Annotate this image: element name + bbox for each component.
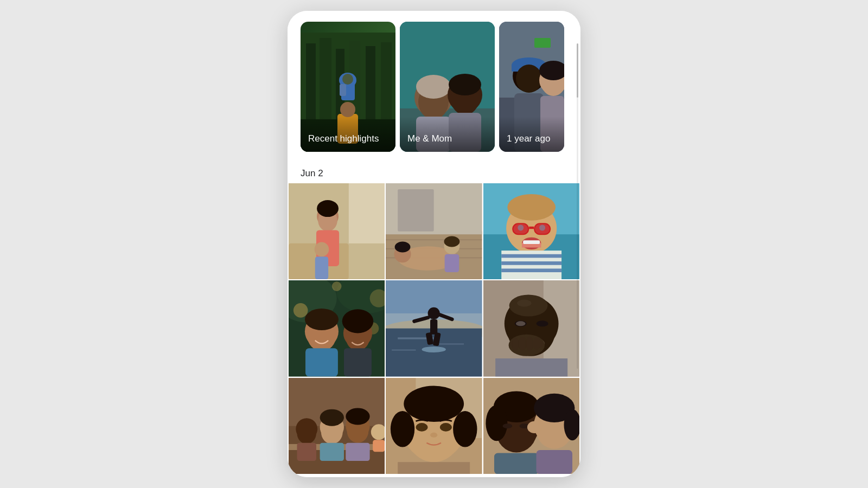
svg-point-60	[395, 242, 411, 253]
svg-rect-168	[494, 453, 539, 474]
svg-point-113	[422, 346, 446, 352]
svg-rect-30	[534, 38, 551, 48]
photo-grid	[288, 183, 580, 474]
svg-rect-126	[526, 337, 532, 350]
svg-point-11	[340, 102, 355, 117]
photo-image	[483, 280, 579, 376]
highlight-card-recent[interactable]: Recent highlights	[301, 22, 395, 152]
svg-point-82	[539, 224, 545, 230]
date-label: Jun 2	[301, 168, 567, 179]
svg-point-21	[416, 75, 451, 99]
svg-rect-125	[519, 337, 525, 350]
photo-image	[386, 183, 482, 279]
svg-rect-15	[340, 84, 346, 96]
photo-image	[289, 280, 385, 376]
svg-rect-70	[501, 261, 561, 265]
svg-point-158	[440, 423, 452, 432]
svg-point-89	[332, 282, 342, 292]
svg-rect-48	[315, 256, 328, 279]
svg-rect-94	[305, 349, 338, 377]
svg-point-25	[449, 74, 481, 95]
svg-point-157	[416, 423, 428, 432]
photo-cell[interactable]	[386, 183, 482, 279]
phone-frame: Recent highlights	[288, 11, 580, 477]
svg-rect-106	[392, 350, 416, 351]
svg-rect-160	[398, 462, 470, 474]
svg-rect-56	[398, 189, 433, 232]
svg-point-81	[518, 224, 524, 230]
scrollbar-track[interactable]	[577, 43, 578, 369]
svg-rect-42	[349, 183, 385, 243]
year-ago-label: 1 year ago	[499, 117, 564, 152]
svg-point-154	[404, 386, 464, 421]
svg-point-80	[507, 194, 556, 221]
svg-rect-108	[430, 319, 437, 335]
svg-point-176	[527, 421, 542, 433]
photo-image	[386, 378, 482, 474]
photo-cell[interactable]	[386, 378, 482, 474]
svg-rect-69	[501, 254, 561, 258]
date-section: Jun 2	[288, 160, 580, 183]
photo-image	[483, 378, 579, 474]
svg-rect-71	[501, 268, 561, 272]
photo-cell[interactable]	[483, 183, 579, 279]
svg-rect-142	[320, 442, 344, 460]
svg-rect-127	[534, 338, 540, 350]
svg-point-137	[297, 422, 316, 444]
svg-point-87	[293, 303, 308, 318]
svg-point-169	[502, 423, 512, 428]
highlight-card-mom[interactable]: Me & Mom	[400, 22, 495, 152]
svg-point-63	[444, 236, 460, 247]
svg-point-120	[517, 300, 532, 307]
svg-point-93	[305, 309, 339, 330]
svg-rect-62	[445, 254, 459, 272]
scrollbar-thumb[interactable]	[577, 43, 578, 98]
svg-point-159	[430, 433, 437, 438]
svg-rect-131	[495, 358, 567, 376]
svg-point-156	[453, 411, 477, 447]
svg-point-14	[342, 74, 353, 85]
highlight-card-year-ago[interactable]: 1 year ago	[499, 22, 564, 152]
me-and-mom-label: Me & Mom	[400, 117, 495, 152]
svg-point-145	[346, 408, 369, 425]
svg-rect-52	[386, 239, 482, 240]
svg-point-167	[486, 405, 507, 441]
photo-cell[interactable]	[289, 183, 385, 279]
svg-point-49	[317, 200, 339, 217]
svg-point-47	[315, 242, 329, 257]
photo-cell[interactable]	[483, 280, 579, 376]
photo-image	[289, 183, 385, 279]
photo-cell[interactable]	[289, 378, 385, 474]
svg-rect-146	[346, 442, 369, 460]
highlights-row: Recent highlights	[288, 22, 580, 152]
svg-point-141	[320, 409, 344, 426]
recent-highlights-label: Recent highlights	[301, 117, 395, 152]
highlights-section: Recent highlights	[288, 11, 580, 160]
svg-rect-79	[523, 240, 540, 244]
photo-image	[289, 378, 385, 474]
svg-point-97	[342, 310, 374, 333]
scroll-content[interactable]: Recent highlights	[288, 11, 580, 477]
svg-rect-74	[529, 227, 534, 229]
svg-rect-148	[373, 440, 385, 452]
photo-image	[483, 183, 579, 279]
svg-point-34	[516, 65, 542, 93]
svg-point-130	[516, 322, 526, 326]
svg-point-129	[536, 321, 548, 327]
photo-cell[interactable]	[386, 280, 482, 376]
photo-cell[interactable]	[483, 378, 579, 474]
svg-rect-175	[536, 450, 572, 474]
svg-point-155	[391, 411, 414, 447]
svg-rect-138	[297, 442, 316, 460]
photo-image	[386, 280, 482, 376]
svg-rect-124	[512, 338, 518, 350]
svg-rect-98	[344, 349, 372, 377]
photo-cell[interactable]	[289, 280, 385, 376]
